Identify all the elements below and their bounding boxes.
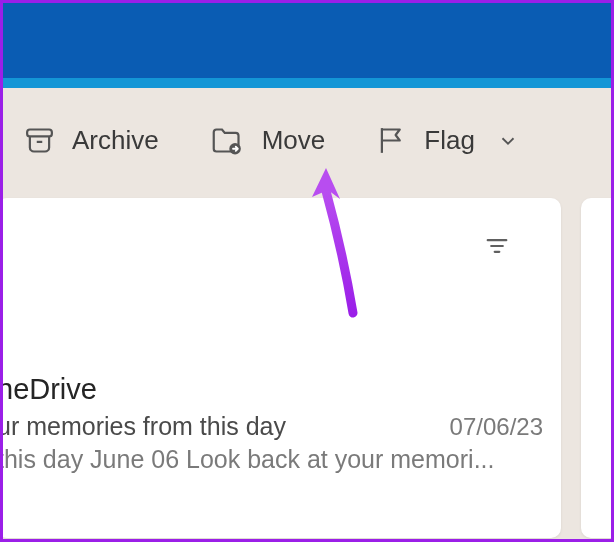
email-list-item[interactable]: neDrive ur memories from this day 07/06/… (0, 373, 561, 474)
action-toolbar: Archive Move Flag (3, 88, 611, 193)
move-label: Move (262, 125, 326, 156)
email-date: 07/06/23 (450, 413, 543, 441)
email-subject: ur memories from this day (0, 412, 286, 441)
reading-pane (581, 198, 614, 538)
move-button[interactable]: Move (209, 124, 326, 157)
flag-icon (375, 124, 408, 157)
archive-icon (23, 124, 56, 157)
email-sender: neDrive (0, 373, 543, 406)
filter-button[interactable] (483, 232, 511, 264)
app-header (3, 3, 611, 78)
header-accent (3, 78, 611, 88)
archive-label: Archive (72, 125, 159, 156)
move-folder-icon (209, 124, 246, 157)
chevron-down-icon (497, 130, 519, 152)
archive-button[interactable]: Archive (23, 124, 159, 157)
flag-button[interactable]: Flag (375, 124, 519, 157)
email-preview: this day June 06 Look back at your memor… (0, 445, 543, 474)
message-list-panel: neDrive ur memories from this day 07/06/… (0, 198, 561, 538)
svg-rect-0 (27, 130, 52, 137)
flag-label: Flag (424, 125, 475, 156)
